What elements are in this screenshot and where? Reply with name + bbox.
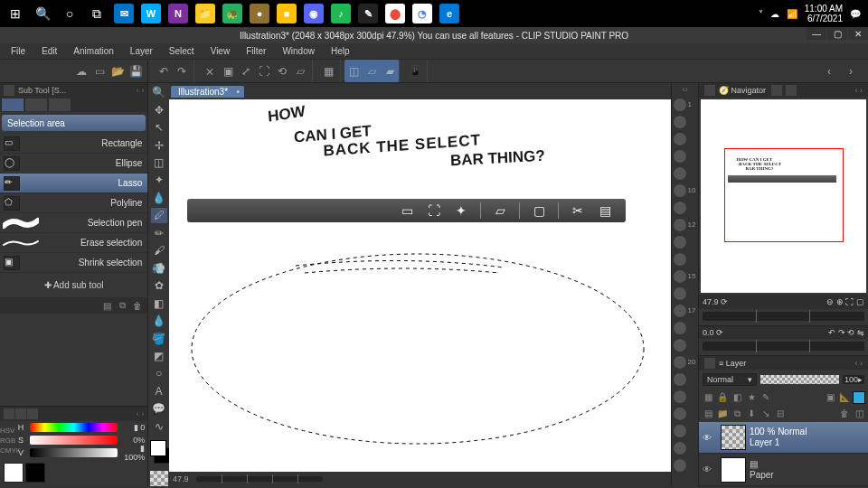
- new-icon[interactable]: ▭: [91, 63, 108, 80]
- brush-size-tick[interactable]: [672, 456, 699, 474]
- combine-icon[interactable]: ⊟: [774, 408, 787, 420]
- tray-notifications-icon[interactable]: 💬: [850, 9, 861, 19]
- marquee-tool-icon[interactable]: ◫: [151, 155, 167, 170]
- subtool-shrink[interactable]: ▣Shrink selection: [0, 253, 147, 273]
- del-layer-icon[interactable]: 🗑: [838, 408, 851, 420]
- canvas[interactable]: HOW CAN I GET BACK THE SELECT BAR THING?…: [169, 99, 671, 472]
- menu-select[interactable]: Select: [162, 44, 202, 58]
- menu-file[interactable]: File: [4, 44, 33, 58]
- brush-size-tick[interactable]: [672, 439, 699, 456]
- zoom-slider[interactable]: [196, 476, 323, 482]
- brush-size-tick[interactable]: [672, 130, 699, 147]
- taskbar-app[interactable]: 📁: [192, 0, 219, 27]
- menu-edit[interactable]: Edit: [34, 44, 64, 58]
- pen-tool-icon[interactable]: 🖊: [151, 208, 167, 222]
- layer-tab[interactable]: ≡ Layer: [719, 359, 746, 368]
- save-icon[interactable]: 💾: [127, 63, 144, 80]
- brush-size-tick[interactable]: 15: [672, 267, 699, 285]
- snap-icon[interactable]: ▦: [320, 63, 336, 80]
- smartphone-icon[interactable]: 📱: [407, 63, 423, 80]
- brush-size-tick[interactable]: 20: [672, 353, 699, 371]
- subtool-lasso[interactable]: ✏Lasso: [0, 174, 147, 193]
- brush-size-tick[interactable]: [672, 285, 699, 302]
- sel-add-icon[interactable]: ▱: [363, 63, 380, 80]
- transparent-swatch[interactable]: [150, 471, 168, 485]
- scale-icon[interactable]: ⤢: [238, 63, 254, 80]
- panel-next-icon[interactable]: ›: [843, 63, 859, 80]
- colorwheel-tab-icon[interactable]: [4, 408, 14, 419]
- brush-size-tick[interactable]: [672, 199, 699, 216]
- draft-icon[interactable]: ✎: [760, 391, 772, 404]
- move-tool-icon[interactable]: ✥: [151, 102, 167, 117]
- new-layer-icon[interactable]: ▤: [702, 408, 714, 420]
- lock-icon[interactable]: 🔒: [716, 391, 729, 404]
- brush-size-tick[interactable]: 17: [672, 302, 699, 319]
- subtool-group[interactable]: Selection area: [2, 115, 146, 131]
- palette-del-icon[interactable]: 🗑: [131, 299, 144, 312]
- search-icon[interactable]: 🔍: [29, 0, 56, 27]
- taskbar-app[interactable]: ⬤: [382, 0, 409, 27]
- transfer-icon[interactable]: ↘: [760, 408, 772, 420]
- brush-size-tick[interactable]: 10: [672, 182, 699, 199]
- pencil-tool-icon[interactable]: ✏: [151, 226, 167, 240]
- rotate-icon[interactable]: ⟲: [274, 63, 290, 80]
- brush-size-tick[interactable]: [672, 405, 699, 422]
- cortana-icon[interactable]: ○: [56, 0, 83, 27]
- colorset-tab-icon[interactable]: [27, 408, 38, 419]
- subtool-erase-selection[interactable]: Erase selection: [0, 233, 147, 253]
- brush-tool-icon[interactable]: 🖌: [151, 243, 167, 258]
- info-tab-icon[interactable]: [771, 85, 782, 96]
- menu-layer[interactable]: Layer: [123, 44, 160, 58]
- tray-network-icon[interactable]: 📶: [787, 9, 797, 19]
- gradient-tool-icon[interactable]: ◩: [151, 349, 167, 363]
- color-swatch-fg[interactable]: [4, 463, 24, 483]
- layer-item-1[interactable]: 👁 100 % NormalLayer 1: [699, 422, 868, 455]
- brush-size-tick[interactable]: 1: [672, 96, 699, 113]
- figure-tool-icon[interactable]: ○: [151, 366, 167, 380]
- visibility-icon[interactable]: 👁: [703, 465, 717, 474]
- dup-layer-icon[interactable]: ⧉: [731, 408, 743, 420]
- subtool-selection-pen[interactable]: Selection pen: [0, 213, 147, 233]
- two-pane-icon[interactable]: ◫: [853, 408, 865, 420]
- maximize-button[interactable]: ▢: [827, 27, 847, 40]
- add-subtool-button[interactable]: ✚ Add sub tool: [0, 273, 147, 297]
- balloon-tool-icon[interactable]: 💬: [151, 401, 167, 416]
- opacity-slider[interactable]: [760, 375, 839, 384]
- document-tab[interactable]: Illustration3*: [171, 86, 244, 98]
- layermove-tool-icon[interactable]: ✢: [151, 137, 167, 152]
- menu-filter[interactable]: Filter: [239, 44, 273, 58]
- taskbar-app[interactable]: 🐢: [219, 0, 246, 27]
- brush-size-tick[interactable]: [672, 388, 699, 405]
- close-button[interactable]: ✕: [848, 27, 868, 40]
- subtool-rectangle[interactable]: ▭Rectangle: [0, 134, 147, 154]
- nav-rotate-controls[interactable]: ↶ ↷ ⟲ ⇋: [828, 328, 864, 337]
- undo-icon[interactable]: ↶: [156, 63, 172, 80]
- fill-tool-icon[interactable]: 🪣: [151, 331, 167, 345]
- brush-size-tick[interactable]: [672, 113, 699, 130]
- palette-dup-icon[interactable]: ⧉: [116, 299, 128, 312]
- subtool-ellipse[interactable]: ◯Ellipse: [0, 154, 147, 174]
- taskbar-app[interactable]: e: [436, 0, 463, 27]
- new-folder-icon[interactable]: 📁: [716, 408, 729, 420]
- mask-icon[interactable]: ▣: [824, 391, 836, 404]
- itemlist-tab-icon[interactable]: [786, 85, 797, 96]
- navigator-preview[interactable]: HOW CAN I GET BACK THE SELECT BAR THING?: [701, 99, 866, 293]
- taskbar-app[interactable]: ■: [273, 0, 300, 27]
- taskbar-app[interactable]: ♪: [327, 0, 354, 27]
- start-button[interactable]: ⊞: [2, 0, 29, 27]
- colorslider-tab-icon[interactable]: [15, 408, 26, 419]
- flip-h-icon[interactable]: ▱: [292, 63, 308, 80]
- brush-size-tick[interactable]: [672, 233, 699, 250]
- redo-icon[interactable]: ↷: [174, 63, 190, 80]
- menu-help[interactable]: Help: [324, 44, 357, 58]
- menu-window[interactable]: Window: [275, 44, 322, 58]
- eyedropper-tool-icon[interactable]: 💧: [151, 191, 167, 205]
- tool-property-icon[interactable]: [4, 85, 14, 96]
- taskbar-app[interactable]: N: [165, 0, 192, 27]
- menu-animation[interactable]: Animation: [66, 44, 120, 58]
- brush-size-tick[interactable]: [672, 164, 699, 182]
- brush-size-tick[interactable]: [672, 336, 699, 353]
- task-view-icon[interactable]: ⧉: [83, 0, 110, 27]
- wand-tool-icon[interactable]: ✦: [151, 173, 167, 187]
- brush-size-tick[interactable]: [672, 250, 699, 267]
